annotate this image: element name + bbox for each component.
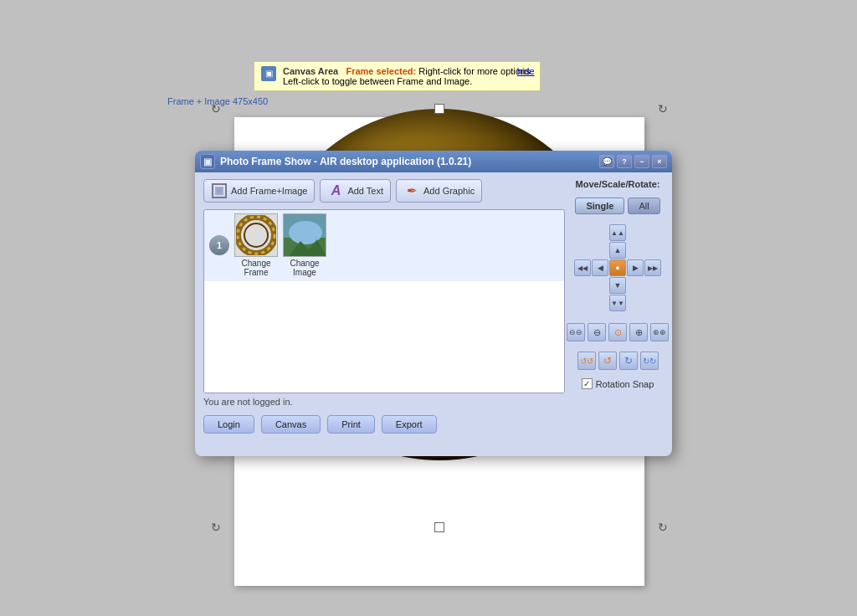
- bottom-buttons: Login Canvas Print Export: [203, 415, 565, 434]
- change-frame-box[interactable]: ChangeFrame: [234, 213, 278, 277]
- tooltip-hide-link[interactable]: hide: [517, 66, 535, 76]
- dpad-left-far[interactable]: ◀◀: [574, 259, 591, 276]
- dpad-empty-12: [644, 277, 661, 294]
- add-text-button[interactable]: A Add Text: [320, 179, 391, 203]
- dpad-empty-16: [644, 295, 661, 311]
- single-button[interactable]: Single: [575, 198, 624, 214]
- dpad-down-far[interactable]: ▼▼: [609, 295, 626, 311]
- scale-down[interactable]: ⊖: [588, 323, 606, 341]
- dpad-empty-7: [627, 242, 644, 259]
- frames-list: 1 ChangeFrame: [203, 209, 565, 393]
- canvas-button[interactable]: Canvas: [261, 415, 321, 434]
- scale-reset[interactable]: ⊙: [608, 323, 627, 341]
- rotate-ccw[interactable]: ↺: [598, 352, 617, 370]
- rotate-cw[interactable]: ↻: [619, 352, 638, 370]
- svg-point-5: [244, 223, 268, 247]
- image-thumb-svg: [284, 214, 326, 257]
- help-btn[interactable]: ?: [617, 155, 632, 168]
- scale-up-small[interactable]: ⊕⊕: [650, 323, 669, 341]
- status-bar: You are not logged in.: [203, 393, 565, 410]
- rotate-handle-bl[interactable]: ↻: [209, 521, 223, 534]
- dialog-titlebar: ▣ Photo Frame Show - AIR desktop applica…: [195, 151, 672, 172]
- title-controls: 💬 ? − ×: [599, 155, 667, 168]
- directional-pad: ▲▲ ▲ ◀◀ ◀ ● ▶ ▶▶ ▼: [574, 224, 661, 311]
- dpad-up-far[interactable]: ▲▲: [609, 224, 626, 241]
- dpad-empty-4: [644, 224, 661, 241]
- rotate-handle-tr[interactable]: ↻: [656, 102, 670, 116]
- tooltip-box: ▣ Canvas Area Frame selected: Right-clic…: [254, 61, 541, 91]
- dpad-left[interactable]: ◀: [592, 259, 608, 276]
- login-status-text: You are not logged in.: [203, 397, 293, 407]
- dpad-empty-2: [592, 224, 608, 241]
- tooltip-canvas-label: Canvas Area: [283, 66, 338, 76]
- rotation-snap-checkbox[interactable]: [582, 378, 593, 389]
- left-panel: Add Frame+Image A Add Text ✒ Add Graphic…: [203, 179, 565, 434]
- dpad-right-far[interactable]: ▶▶: [644, 259, 661, 276]
- rotate-row: ↺↺ ↺ ↻ ↻↻: [577, 352, 659, 370]
- dialog-window: ▣ Photo Frame Show - AIR desktop applica…: [195, 151, 672, 456]
- export-button[interactable]: Export: [382, 415, 437, 434]
- add-frame-button[interactable]: Add Frame+Image: [203, 179, 315, 203]
- scale-row: ⊖⊖ ⊖ ⊙ ⊕ ⊕⊕: [567, 323, 669, 341]
- rotate-ccw-large[interactable]: ↺↺: [577, 352, 596, 370]
- dialog-body: Add Frame+Image A Add Text ✒ Add Graphic…: [195, 172, 672, 440]
- dpad-empty-10: [592, 277, 608, 294]
- frames-empty-area: [204, 281, 564, 393]
- add-text-icon: A: [327, 182, 344, 199]
- rotation-snap-label: Rotation Snap: [596, 379, 654, 389]
- login-button[interactable]: Login: [203, 415, 254, 434]
- dpad-empty-6: [592, 242, 608, 259]
- frame-thumb: [234, 213, 278, 257]
- rotate-handle-br[interactable]: ↻: [656, 521, 670, 534]
- tooltip-left-click: Left-click to toggle between Frame and I…: [283, 76, 472, 86]
- single-all-row: Single All: [575, 198, 659, 214]
- scale-up[interactable]: ⊕: [629, 323, 648, 341]
- minimize-btn[interactable]: −: [634, 155, 649, 168]
- change-image-box[interactable]: ChangeImage: [283, 213, 326, 277]
- frame-row: 1 ChangeFrame: [204, 210, 564, 281]
- change-image-label: ChangeImage: [290, 259, 319, 277]
- add-frame-icon: [211, 182, 228, 199]
- dpad-down[interactable]: ▼: [609, 277, 626, 294]
- change-frame-label: ChangeFrame: [241, 259, 270, 277]
- tooltip-frame-selected: Frame selected:: [346, 66, 416, 76]
- dialog-title-icon: ▣: [200, 154, 215, 169]
- add-graphic-icon: ✒: [403, 182, 420, 199]
- image-thumb: [283, 213, 326, 257]
- dpad-empty-14: [592, 295, 608, 311]
- dpad-empty-13: [574, 295, 591, 311]
- all-button[interactable]: All: [628, 198, 659, 214]
- rotate-cw-large[interactable]: ↻↻: [640, 352, 659, 370]
- dpad-up[interactable]: ▲: [609, 242, 626, 259]
- add-text-label: Add Text: [347, 186, 383, 196]
- frame-info-label: Frame + Image 475x450: [167, 96, 268, 106]
- dpad-center[interactable]: ●: [609, 259, 626, 276]
- scale-down-small[interactable]: ⊖⊖: [567, 323, 585, 341]
- right-panel: Move/Scale/Rotate: Single All ▲▲ ▲: [572, 179, 664, 434]
- add-frame-label: Add Frame+Image: [231, 186, 307, 196]
- rotation-snap-row: Rotation Snap: [582, 378, 654, 389]
- add-graphic-label: Add Graphic: [423, 186, 475, 196]
- chat-btn[interactable]: 💬: [599, 155, 614, 168]
- dpad-empty-9: [574, 277, 591, 294]
- dpad-empty-5: [574, 242, 591, 259]
- dialog-title-text: Photo Frame Show - AIR desktop applicati…: [220, 156, 599, 167]
- add-graphic-button[interactable]: ✒ Add Graphic: [396, 179, 482, 203]
- dpad-empty-3: [627, 224, 644, 241]
- move-scale-title: Move/Scale/Rotate:: [576, 179, 660, 189]
- dpad-empty-1: [574, 224, 591, 241]
- toolbar-row: Add Frame+Image A Add Text ✒ Add Graphic: [203, 179, 565, 203]
- print-button[interactable]: Print: [327, 415, 375, 434]
- frame-number: 1: [209, 235, 229, 255]
- dpad-empty-8: [644, 242, 661, 259]
- close-btn[interactable]: ×: [652, 155, 667, 168]
- dpad-empty-11: [627, 277, 644, 294]
- tooltip-right-click: Right-click for more options.: [418, 66, 532, 76]
- tooltip-icon: ▣: [261, 66, 276, 81]
- frame-ring-svg: [236, 215, 276, 255]
- dpad-right[interactable]: ▶: [627, 259, 644, 276]
- svg-point-2: [217, 188, 222, 193]
- dpad-empty-15: [627, 295, 644, 311]
